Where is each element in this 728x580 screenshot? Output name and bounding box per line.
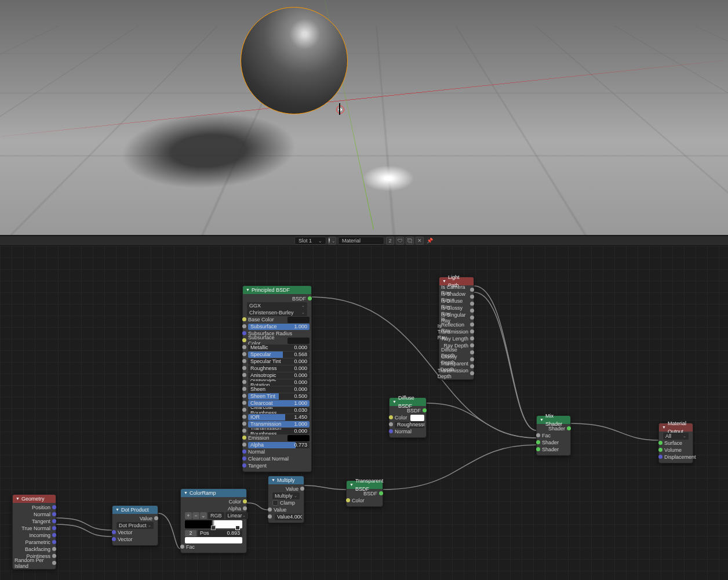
in-specular[interactable]: Specular0.568 xyxy=(245,351,310,358)
out-parametric[interactable]: Parametric xyxy=(14,539,54,546)
node-header[interactable]: ▼ColorRamp xyxy=(181,489,246,497)
node-header[interactable]: ▼Mix Shader xyxy=(537,416,570,424)
material-name-field[interactable]: Material xyxy=(338,237,384,245)
in-fac[interactable]: Fac xyxy=(538,432,569,439)
out-shader[interactable]: Shader xyxy=(538,425,569,432)
viewport-3d[interactable] xyxy=(0,0,728,235)
distribution-dropdown[interactable]: GGX⌄ xyxy=(247,302,307,309)
node-header[interactable]: ▼Principled BSDF xyxy=(243,286,311,294)
in-alpha[interactable]: Alpha0.773 xyxy=(245,441,310,448)
ramp-menu[interactable]: ⌄ xyxy=(200,512,207,519)
fake-user-button[interactable]: 🛡 xyxy=(396,237,404,245)
node-principled-bsdf[interactable]: ▼Principled BSDF BSDF GGX⌄ Christensen-B… xyxy=(242,285,312,472)
slot-dropdown[interactable]: Slot 1⌄ xyxy=(294,237,326,245)
in-aniso-rotation[interactable]: Anisotropic Rotation0.000 xyxy=(245,379,310,386)
stop-index[interactable]: 2 xyxy=(185,530,196,536)
node-multiply[interactable]: ▼Multiply Value Multiply⌄ Clamp Value Va… xyxy=(268,476,304,523)
node-mix-shader[interactable]: ▼Mix Shader Shader Fac Shader Shader xyxy=(536,415,571,456)
in-vector-1[interactable]: Vector xyxy=(114,529,156,536)
out-value[interactable]: Value xyxy=(270,485,302,492)
in-surface[interactable]: Surface xyxy=(661,440,691,447)
node-header[interactable]: ▼Multiply xyxy=(268,476,304,484)
node-geometry[interactable]: ▼Geometry Position Normal Tangent True N… xyxy=(12,494,56,570)
base-color-swatch[interactable] xyxy=(287,317,310,323)
in-normal[interactable]: Normal xyxy=(391,428,424,435)
in-ior[interactable]: IOR1.450 xyxy=(245,414,310,420)
stop-color[interactable] xyxy=(185,537,242,543)
node-header[interactable]: ▼Geometry xyxy=(13,495,56,503)
in-transmission[interactable]: Transmission1.000 xyxy=(245,420,310,427)
in-cc-normal[interactable]: Clearcoat Normal xyxy=(245,455,310,462)
in-sheen-tint[interactable]: Sheen Tint0.500 xyxy=(245,393,310,400)
out-position[interactable]: Position xyxy=(14,504,54,511)
in-subsurface[interactable]: Subsurface1.000 xyxy=(245,323,310,330)
ramp-remove[interactable]: − xyxy=(192,512,199,519)
in-anisotropic[interactable]: Anisotropic0.000 xyxy=(245,372,310,379)
mode-dropdown[interactable]: Multiply⌄ xyxy=(272,492,300,499)
in-sss-color[interactable]: Subsurface Color xyxy=(245,337,310,344)
in-color[interactable]: Color xyxy=(391,414,424,421)
in-shader-1[interactable]: Shader xyxy=(538,439,569,446)
out-backfacing[interactable]: Backfacing xyxy=(14,546,54,553)
sss-method-dropdown[interactable]: Christensen-Burley⌄ xyxy=(247,309,307,316)
target-dropdown[interactable]: All⌄ xyxy=(663,433,689,440)
out-transmission-ray[interactable]: Is Transmission Ray xyxy=(441,328,472,335)
in-sheen[interactable]: Sheen0.000 xyxy=(245,386,310,393)
out-bsdf[interactable]: BSDF xyxy=(391,407,424,414)
node-header[interactable]: ▼Transparent BSDF xyxy=(347,481,383,489)
mode-dropdown[interactable]: Dot Product⌄ xyxy=(117,522,154,529)
in-clearcoat[interactable]: Clearcoat1.000 xyxy=(245,400,310,407)
out-value[interactable]: Value xyxy=(114,515,156,522)
node-transparent-bsdf[interactable]: ▼Transparent BSDF BSDF Color xyxy=(346,480,383,507)
node-material-output[interactable]: ▼Material Output All⌄ Surface Volume Dis… xyxy=(658,423,693,463)
node-header[interactable]: ▼Diffuse BSDF xyxy=(390,398,426,406)
out-alpha[interactable]: Alpha xyxy=(183,505,245,512)
stop-position[interactable]: Pos0.893 xyxy=(198,530,242,536)
in-value-1[interactable]: Value xyxy=(270,506,302,513)
out-color[interactable]: Color xyxy=(183,498,245,505)
node-header[interactable]: ▼Dot Product xyxy=(112,506,158,514)
in-volume[interactable]: Volume xyxy=(661,447,691,454)
out-normal[interactable]: Normal xyxy=(14,511,54,518)
node-light-path[interactable]: ▼Light Path Is Camera Ray Is Shadow Ray … xyxy=(439,277,474,380)
pin-button[interactable]: 📌 xyxy=(425,237,434,245)
out-bsdf[interactable]: BSDF xyxy=(245,295,310,302)
in-value-2[interactable]: Value4.000 xyxy=(270,513,302,520)
out-random[interactable]: Random Per Island xyxy=(14,560,54,567)
users-button[interactable]: 2 xyxy=(386,237,394,245)
in-normal[interactable]: Normal xyxy=(245,448,310,455)
in-vector-2[interactable]: Vector xyxy=(114,536,156,543)
browse-material-button[interactable]: ⌄ xyxy=(328,237,336,245)
in-shader-2[interactable]: Shader xyxy=(538,446,569,453)
in-fac[interactable]: Fac xyxy=(183,543,245,550)
ramp-interp[interactable]: Linear⌄ xyxy=(225,512,248,519)
clamp-checkbox[interactable] xyxy=(272,500,278,506)
in-metallic[interactable]: Metallic0.000 xyxy=(245,344,310,351)
in-base-color[interactable]: Base Color xyxy=(245,316,310,323)
node-editor[interactable]: ▼Geometry Position Normal Tangent True N… xyxy=(0,246,728,580)
in-roughness[interactable]: Roughness0.000 xyxy=(391,421,424,428)
out-bsdf[interactable]: BSDF xyxy=(348,490,381,497)
out-transmission-depth[interactable]: Transmission Depth xyxy=(441,370,472,377)
in-roughness[interactable]: Roughness0.000 xyxy=(245,365,310,372)
ramp-add[interactable]: + xyxy=(185,512,192,519)
unlink-button[interactable]: ✕ xyxy=(416,237,424,245)
in-trans-roughness[interactable]: Transmission Roughness0.000 xyxy=(245,427,310,434)
ramp-gradient[interactable] xyxy=(185,520,242,528)
selected-sphere[interactable] xyxy=(241,7,348,114)
in-specular-tint[interactable]: Specular Tint0.000 xyxy=(245,358,310,365)
color-swatch[interactable] xyxy=(410,415,424,421)
in-displacement[interactable]: Displacement xyxy=(661,454,691,461)
node-header[interactable]: ▼Material Output xyxy=(659,423,693,432)
in-tangent[interactable]: Tangent xyxy=(245,462,310,469)
in-color[interactable]: Color xyxy=(348,497,381,504)
out-ray-length[interactable]: Ray Length xyxy=(441,335,472,342)
node-diffuse-bsdf[interactable]: ▼Diffuse BSDF BSDF Color Roughness0.000 … xyxy=(389,397,427,438)
in-cc-roughness[interactable]: Clearcoat Roughness0.030 xyxy=(245,407,310,414)
node-dot-product[interactable]: ▼Dot Product Value Dot Product⌄ Vector V… xyxy=(112,505,158,546)
out-incoming[interactable]: Incoming xyxy=(14,532,54,539)
new-material-button[interactable]: ⿻ xyxy=(406,237,414,245)
out-tangent[interactable]: Tangent xyxy=(14,518,54,525)
out-true-normal[interactable]: True Normal xyxy=(14,525,54,532)
node-color-ramp[interactable]: ▼ColorRamp Color Alpha +−⌄ RGB Linear⌄ 2… xyxy=(180,488,247,553)
